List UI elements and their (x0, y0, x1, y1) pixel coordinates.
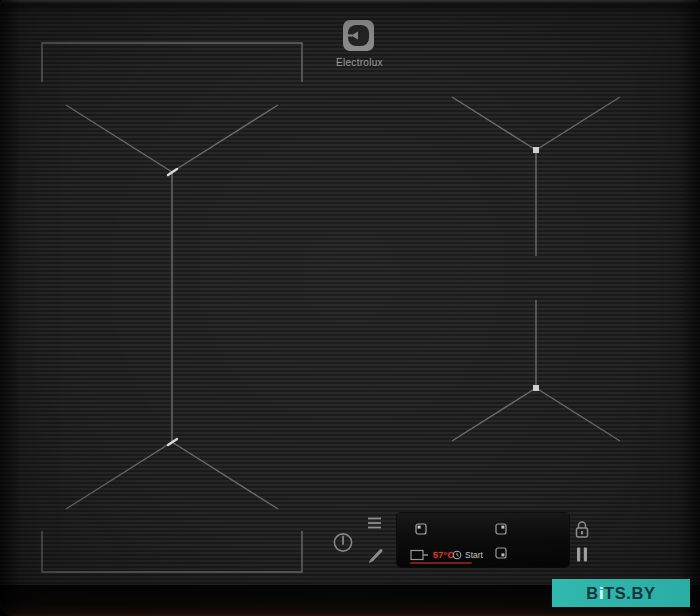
watermark-part3: TS.BY (604, 584, 656, 603)
menu-button[interactable] (366, 516, 383, 530)
zone-markings (0, 0, 700, 616)
electrolux-emblem-icon (343, 20, 374, 51)
power-icon (332, 531, 354, 553)
cooktop-surface: Electrolux (0, 0, 700, 616)
start-label: Start (465, 550, 483, 560)
zone-select-top-left-button[interactable] (415, 523, 427, 535)
zone-square-dot-bottom-right-icon (495, 547, 507, 559)
active-zone-status: 57°C (410, 548, 454, 561)
lock-button[interactable] (572, 519, 592, 540)
zone-select-top-right-button[interactable] (495, 523, 507, 535)
brand-name: Electrolux (336, 57, 380, 68)
watermark-part1: B (586, 584, 599, 603)
brand-logo: Electrolux (336, 20, 380, 68)
pause-button[interactable] (574, 546, 590, 563)
start-button[interactable]: Start (452, 549, 483, 561)
lock-icon (574, 520, 590, 539)
bracket-zone-top (42, 43, 302, 82)
menu-icon (367, 517, 382, 529)
zone-square-dot-top-right-icon (495, 523, 507, 535)
pencil-icon (367, 547, 384, 564)
power-button[interactable] (331, 530, 355, 554)
timer-clock-icon (452, 550, 462, 560)
selected-zone-underline (410, 562, 472, 564)
zone-center-dot-right-bottom (533, 385, 539, 391)
zone-select-bottom-right-button[interactable] (495, 547, 507, 559)
cooktop-top-edge (0, 0, 700, 12)
touch-display[interactable]: 57°C Start (397, 513, 569, 567)
pause-icon (576, 547, 588, 562)
bracket-zone-bottom (42, 531, 302, 572)
cookware-icon (410, 548, 429, 561)
watermark-bits-by: BiTS.BY (552, 579, 690, 607)
product-photo: Electrolux (0, 0, 700, 616)
edit-button[interactable] (366, 546, 385, 565)
zone-square-dot-top-left-icon (415, 523, 427, 535)
zone-center-dot-right-top (533, 147, 539, 153)
